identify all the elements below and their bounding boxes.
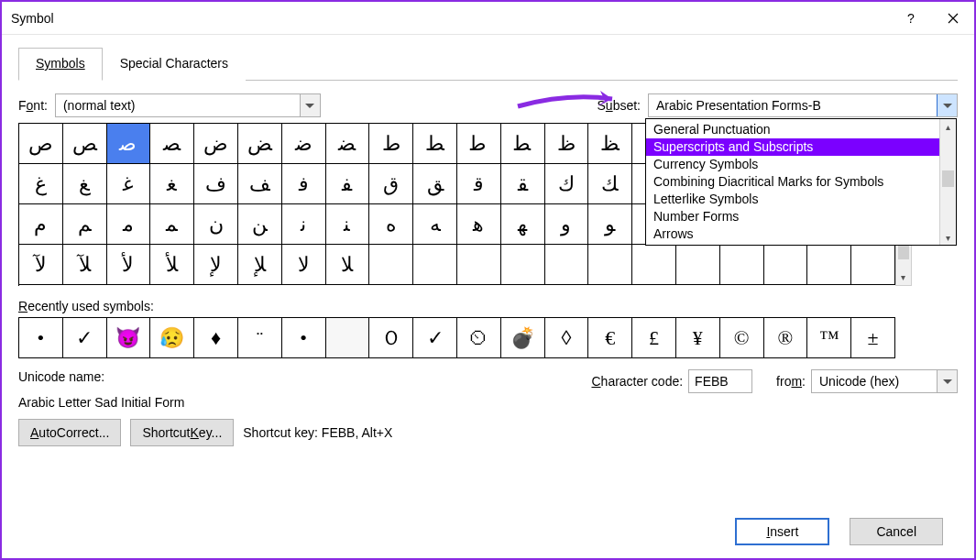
- recent-cell[interactable]: ¨: [238, 318, 282, 358]
- char-cell[interactable]: ﻚ: [588, 164, 632, 204]
- recent-cell[interactable]: ◊: [545, 318, 589, 358]
- char-cell[interactable]: ﺹ: [19, 124, 63, 164]
- recent-cell[interactable]: 😈: [107, 318, 151, 358]
- recent-cell[interactable]: ™: [807, 318, 851, 358]
- char-cell[interactable]: [851, 245, 895, 285]
- recent-cell[interactable]: ¥: [676, 318, 720, 358]
- subset-option[interactable]: General Punctuation: [646, 121, 939, 138]
- char-cell[interactable]: ﻮ: [588, 204, 632, 245]
- char-cell[interactable]: ﻩ: [369, 204, 413, 245]
- from-combo[interactable]: Unicode (hex): [811, 369, 958, 393]
- char-cell[interactable]: [501, 245, 545, 285]
- recent-cell[interactable]: ®: [764, 318, 808, 358]
- char-cell[interactable]: ﻃ: [457, 124, 501, 164]
- shortcut-key-button[interactable]: Shortcut Key...: [130, 419, 234, 446]
- recent-cell[interactable]: 💣: [501, 318, 545, 358]
- recent-cell[interactable]: ©: [720, 318, 764, 358]
- char-cell[interactable]: ﻍ: [19, 164, 63, 204]
- recent-cell[interactable]: ✓: [63, 318, 107, 358]
- subset-option[interactable]: Letterlike Symbols: [646, 191, 939, 208]
- subset-option[interactable]: Currency Symbols: [646, 156, 939, 173]
- scrollbar[interactable]: ▴▾: [939, 119, 956, 245]
- char-cell[interactable]: ﻒ: [238, 164, 282, 204]
- character-code-input[interactable]: FEBB: [688, 369, 752, 393]
- recent-cell[interactable]: [326, 318, 370, 358]
- char-cell[interactable]: ﻄ: [501, 124, 545, 164]
- tab-symbols[interactable]: Symbols: [18, 48, 103, 81]
- cancel-button[interactable]: Cancel: [850, 518, 943, 545]
- char-cell[interactable]: ﻔ: [326, 164, 370, 204]
- char-cell[interactable]: ﻐ: [150, 164, 194, 204]
- char-cell[interactable]: [807, 245, 851, 285]
- char-cell[interactable]: [457, 245, 501, 285]
- char-cell[interactable]: ﻤ: [150, 204, 194, 245]
- insert-button[interactable]: Insert: [735, 518, 829, 545]
- char-cell[interactable]: ﻡ: [19, 204, 63, 245]
- char-cell[interactable]: [632, 245, 676, 285]
- char-cell[interactable]: ﻼ: [326, 245, 370, 285]
- help-button[interactable]: ?: [890, 2, 932, 35]
- char-cell[interactable]: [588, 245, 632, 285]
- char-cell[interactable]: ﻹ: [194, 245, 238, 285]
- char-cell[interactable]: ﻵ: [19, 245, 63, 285]
- char-cell[interactable]: ﺽ: [194, 124, 238, 164]
- char-cell[interactable]: ﻭ: [545, 204, 589, 245]
- char-cell[interactable]: ﻢ: [63, 204, 107, 245]
- char-cell[interactable]: ﺼ: [150, 124, 194, 164]
- char-cell[interactable]: ﻺ: [238, 245, 282, 285]
- char-cell[interactable]: [720, 245, 764, 285]
- char-cell[interactable]: ﺾ: [238, 124, 282, 164]
- recent-cell[interactable]: ♦: [194, 318, 238, 358]
- char-cell[interactable]: ﺻ: [107, 124, 151, 164]
- autocorrect-button[interactable]: AutoCorrect...: [18, 419, 121, 446]
- subset-combo[interactable]: Arabic Presentation Forms-B General Punc…: [648, 93, 958, 117]
- char-cell[interactable]: [676, 245, 720, 285]
- recent-cell[interactable]: £: [632, 318, 676, 358]
- char-cell[interactable]: ﻁ: [369, 124, 413, 164]
- recent-cell[interactable]: ⏲: [457, 318, 501, 358]
- subset-option[interactable]: Arrows: [646, 225, 939, 243]
- char-cell[interactable]: ﻘ: [501, 164, 545, 204]
- char-cell[interactable]: [545, 245, 589, 285]
- char-cell[interactable]: [413, 245, 457, 285]
- close-button[interactable]: [932, 2, 974, 35]
- char-cell[interactable]: ﺺ: [63, 124, 107, 164]
- char-cell[interactable]: ﻣ: [107, 204, 151, 245]
- char-cell[interactable]: ﻬ: [501, 204, 545, 245]
- char-cell[interactable]: [369, 245, 413, 285]
- char-cell[interactable]: ﻨ: [326, 204, 370, 245]
- char-cell[interactable]: ﺿ: [282, 124, 326, 164]
- char-cell[interactable]: ﻸ: [150, 245, 194, 285]
- recent-cell[interactable]: •: [19, 318, 63, 358]
- char-cell[interactable]: ﻅ: [545, 124, 589, 164]
- char-cell[interactable]: ﻦ: [238, 204, 282, 245]
- char-cell[interactable]: [764, 245, 808, 285]
- recent-cell[interactable]: 😥: [150, 318, 194, 358]
- font-combo[interactable]: (normal text): [55, 93, 321, 117]
- recent-cell[interactable]: ✓: [413, 318, 457, 358]
- char-cell[interactable]: ﻗ: [457, 164, 501, 204]
- subset-option[interactable]: Superscripts and Subscripts: [646, 138, 939, 156]
- char-cell[interactable]: ﻕ: [369, 164, 413, 204]
- recent-cell[interactable]: €: [588, 318, 632, 358]
- char-cell[interactable]: ﻪ: [413, 204, 457, 245]
- recent-cell[interactable]: •: [282, 318, 326, 358]
- char-cell[interactable]: ﻷ: [107, 245, 151, 285]
- recent-cell[interactable]: ±: [851, 318, 895, 358]
- char-cell[interactable]: ﻥ: [194, 204, 238, 245]
- char-cell[interactable]: ﻧ: [282, 204, 326, 245]
- char-cell[interactable]: ﻻ: [282, 245, 326, 285]
- char-cell[interactable]: ﻂ: [413, 124, 457, 164]
- char-cell[interactable]: ﻫ: [457, 204, 501, 245]
- char-cell[interactable]: ﻑ: [194, 164, 238, 204]
- char-cell[interactable]: ﻏ: [107, 164, 151, 204]
- recent-cell[interactable]: Ｏ: [369, 318, 413, 358]
- char-cell[interactable]: ﻙ: [545, 164, 589, 204]
- tab-special-characters[interactable]: Special Characters: [103, 48, 246, 81]
- char-cell[interactable]: ﻓ: [282, 164, 326, 204]
- char-cell[interactable]: ﻶ: [63, 245, 107, 285]
- char-cell[interactable]: ﻎ: [63, 164, 107, 204]
- subset-option[interactable]: Combining Diacritical Marks for Symbols: [646, 173, 939, 191]
- char-cell[interactable]: ﻖ: [413, 164, 457, 204]
- subset-option[interactable]: Number Forms: [646, 208, 939, 225]
